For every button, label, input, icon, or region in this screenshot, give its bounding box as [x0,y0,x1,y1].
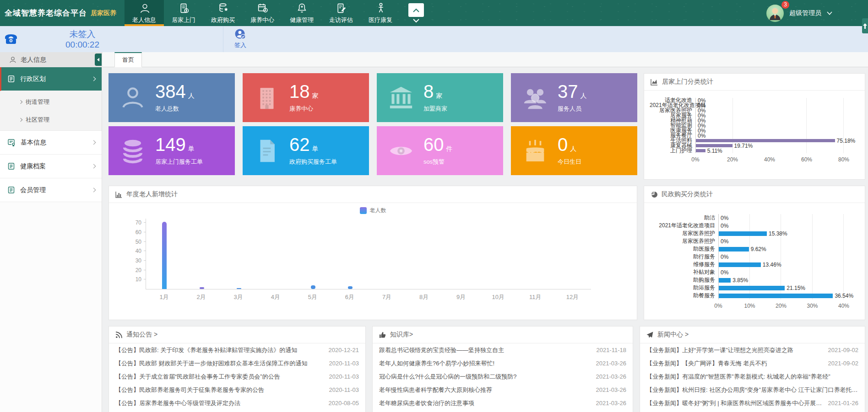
list-item[interactable]: 【公告】民政部 财政部关于进一步做好困难群众基本生活保障工作的通知2020-11… [109,357,365,370]
list-item[interactable]: 老年人如何健康养生?6个易学小妙招来帮忙!2021-03-26 [373,357,633,370]
chevron-left-icon [97,58,100,62]
stat-card-body: 8家加盟商家 [423,82,447,113]
category-label: 居家医养照护 [650,237,718,245]
nav-item-elder-info[interactable]: 老人信息 [125,0,164,26]
nav-item-home-visit[interactable]: 居家上门 [164,0,203,26]
list-item[interactable]: 【公告】民政部: 关于印发《养老服务补贴津贴管理实施办法》的通知2020-12-… [109,343,365,357]
bar-chart-icon [115,191,122,198]
list-item[interactable]: 【业务新闻】暖冬好“粥”到 | 和康医养杭州区域医养服务中心开展腊八节送温暖活动… [640,396,865,410]
x-axis-tick: 7月 [368,293,405,301]
panel-title[interactable]: 年度老人新增统计 [126,190,178,198]
list-item-date: 2021-09-02 [828,347,859,353]
stat-card-building[interactable]: 18家康养中心 [243,73,369,122]
sign-in-button[interactable]: 签入 [228,28,253,49]
health-mgmt-icon [296,2,308,14]
chevron-right-icon [92,164,96,169]
bar-value-label: 19.71% [732,143,753,149]
users-icon [522,85,548,111]
back-to-top-widget[interactable] [862,18,868,33]
stat-card-grid: 384人老人总数18家康养中心8家加盟商家37人服务人员149单居家上门服务工单… [108,73,637,175]
stat-card-person[interactable]: 384人老人总数 [108,73,235,122]
nav-collapse-down-button[interactable] [413,19,419,23]
nav-collapse-up-button[interactable] [408,3,424,17]
bar-value-label: 36.54% [833,293,853,299]
sidebar-subitem[interactable]: 街道管理 [0,93,102,111]
list-item[interactable]: 【公告】居家养老服务中心等级管理及评定办法2020-08-05 [109,396,365,410]
bar [719,262,761,267]
coins-icon [119,138,146,164]
stat-value: 8 [423,82,434,101]
list-item-date: 2020-11-03 [329,386,359,393]
category-label: 助行服务 [650,253,718,261]
x-axis-tick: 60% [801,156,812,163]
stat-label: 康养中心 [289,105,319,113]
list-item[interactable]: 老年慢性病患者科学配餐六大原则核心推荐2021-03-26 [373,383,633,396]
list-item[interactable]: 【公告】关于成立首届“民政部社会事务工作专家委员会”的公告2020-11-03 [109,370,365,383]
x-axis-tick: 20% [776,303,787,309]
panel-title[interactable]: 新闻中心 > [657,331,689,339]
list-item-date: 2021-03-26 [596,360,627,367]
list-item[interactable]: 【业务新闻】推动社会力量成为发展养老服务业的“主角”2021-03-26 [640,410,865,412]
user-menu[interactable]: 3 超级管理员 [766,0,868,26]
sidebar-collapse-button[interactable] [95,54,102,66]
x-axis-tick: 9月 [443,293,480,301]
stat-label: 老人总数 [155,105,195,113]
stat-card-coins[interactable]: 149单居家上门服务工单 [108,126,235,175]
nav-item-visit-assess[interactable]: 走访评估 [321,0,361,26]
panel-title[interactable]: 民政购买分类统计 [662,190,713,198]
panel-header: 通知公告 > [109,326,365,343]
stat-label: 居家上门服务工单 [155,158,203,166]
list-item[interactable]: 【业务新闻】【央广网评】青春无悔 老兵不朽2021-09-02 [640,357,865,370]
sidebar-item-0[interactable]: 行政区划 [0,67,102,91]
tab-home[interactable]: 首页 [114,52,142,67]
list-item[interactable]: 【业务新闻】杭州日报: 社区办公用房“变身”居家养老中心 江干让家门口养老托起百… [640,383,865,396]
stat-card-file[interactable]: 62单政府购买服务工单 [243,126,369,175]
panel-title[interactable]: 居家上门分类统计 [662,78,713,86]
stat-card-users[interactable]: 37人服务人员 [511,73,637,122]
panel-title[interactable]: 通知公告 > [126,331,157,339]
home-visit-stats-panel: 居家上门分类统计 适老化改造2021年适老化改造项目居家医养照护居家服务精神慰藉… [644,73,865,180]
nav-item-medical-rehab[interactable]: 医疗康复 [361,0,400,26]
list-item[interactable]: 【业务新闻】上好“开学第一课”让理想之光照亮奋进之路2021-09-02 [640,343,865,357]
bar-1月 [162,222,167,289]
nav-item-gov-purchase[interactable]: 政府购买 [203,0,243,26]
civil-purchase-stats-panel: 民政购买分类统计 助洁2021年适老化改造项目居家医养照护居家医养照护助医服务助… [644,186,865,320]
list-item[interactable]: 跟着总书记领悟党的宝贵经验——坚持独立自主2021-11-18 [373,343,633,357]
sidebar-item-2[interactable]: 健康档案 [0,155,102,178]
bar-6月 [348,286,353,289]
stat-label: 加盟商家 [423,105,447,113]
stat-card-bank[interactable]: 8家加盟商家 [377,73,503,122]
user-avatar-icon [766,5,784,22]
rss-icon [115,332,122,338]
avatar: 3 [766,5,784,22]
nav-item-care-center[interactable]: 康养中心 [243,0,282,26]
stat-value: 18 [289,82,310,101]
tab-strip: 首页 [103,52,868,67]
stat-card-body: 60件sos预警 [423,135,453,166]
list-item[interactable]: 【公告】民政部养老服务司关于征集养老服务专家的公告2020-11-03 [109,383,365,396]
bar-value-label: 0% [719,269,728,276]
list-item[interactable]: 老年人健康知识 [373,410,633,412]
stat-card-cake[interactable]: 0人今日生日 [511,126,637,175]
sidebar-item-1[interactable]: 基本信息 [0,131,102,155]
certificate-icon [7,139,16,146]
sidebar-item-3[interactable]: 会员管理 [0,178,102,202]
x-axis-tick: 0% [691,156,699,163]
panel-title[interactable]: 知识库> [390,331,413,339]
bar [719,247,749,251]
list-item[interactable]: 老年糖尿病患者饮食治疗的注意事项2021-03-26 [373,396,633,410]
legend-swatch[interactable] [360,207,367,214]
medical-rehab-icon [375,2,386,14]
list-item[interactable]: 冠心病是什么?什么是冠心病的一级预防和二级预防?2021-03-26 [373,370,633,383]
nav-item-label: 走访评估 [329,16,353,24]
sidebar-subitem[interactable]: 社区管理 [0,111,102,128]
list-item[interactable]: 【业务新闻】有温度的“智慧医养”养老新模式: 杭城老人的幸福“养老经” [640,370,865,383]
sidebar-header: 老人信息 [0,52,102,67]
stat-card-eye[interactable]: 60件sos预警 [377,126,503,175]
x-axis-tick: 80% [838,156,849,163]
document-icon [7,186,15,194]
nav-item-health-mgmt[interactable]: 健康管理 [282,0,321,26]
care-center-icon [257,2,268,14]
bar [696,144,732,147]
list-item-title: 【业务新闻】杭州日报: 社区办公用房“变身”居家养老中心 江干让家门口养老托起百… [646,386,858,394]
